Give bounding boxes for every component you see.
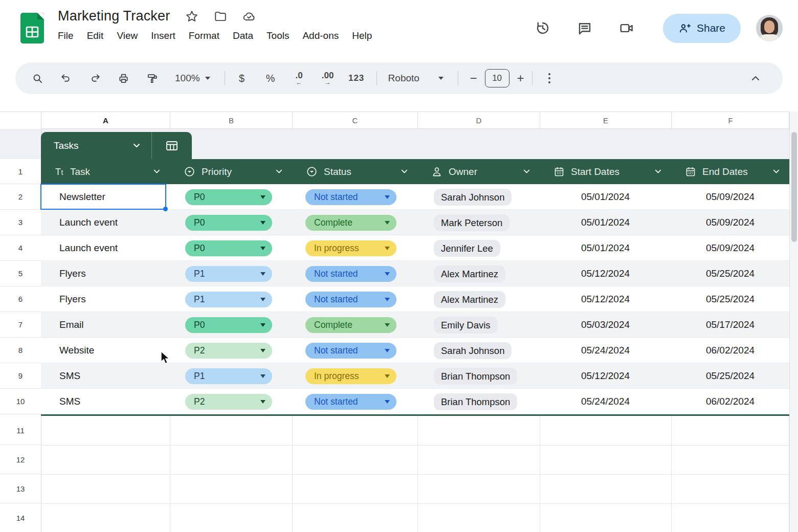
owner-chip[interactable]: Mark Peterson [434,214,509,231]
owner-chip[interactable]: Alex Martinez [434,291,505,308]
cell-status[interactable]: Not started [305,338,396,363]
cell-end-date[interactable]: 05/25/2024 [671,286,789,312]
scrollbar-thumb[interactable] [791,132,797,242]
priority-chip[interactable]: P0 [185,215,272,231]
status-chip[interactable]: Complete [305,317,396,333]
priority-chip[interactable]: P2 [185,394,272,410]
meet-video-icon[interactable] [619,20,634,36]
cell-priority[interactable]: P2 [185,338,272,363]
cloud-saved-icon[interactable] [242,10,256,23]
status-chip[interactable]: Complete [305,215,396,231]
cell-priority[interactable]: P1 [185,363,272,389]
undo-icon[interactable] [55,68,77,89]
cell-owner[interactable]: Sarah Johnson [434,184,540,210]
cell-task[interactable]: Website [41,338,170,363]
cell-owner[interactable]: Mark Peterson [434,210,540,235]
cell-status[interactable]: In progress [305,363,396,389]
row-header-4[interactable]: 4 [0,235,41,261]
cell-priority[interactable]: P1 [185,261,272,286]
cell-status[interactable]: In progress [305,235,396,261]
star-icon[interactable] [185,10,198,23]
cell-end-date[interactable]: 06/02/2024 [671,338,789,363]
row-header-5[interactable]: 5 [0,261,41,286]
cell-start-date[interactable]: 05/12/2024 [540,261,671,286]
cell-owner[interactable]: Alex Martinez [434,261,540,286]
chevron-down-icon[interactable] [153,169,160,174]
cell-owner[interactable]: Alex Martinez [434,286,540,312]
cell-start-date[interactable]: 05/01/2024 [540,184,671,210]
search-icon[interactable] [27,68,48,89]
table-header-start-dates[interactable]: Start Dates [540,159,671,184]
priority-chip[interactable]: P1 [185,292,272,307]
menu-data[interactable]: Data [226,29,260,43]
column-header-d[interactable]: D [417,112,540,129]
decrease-decimals-button[interactable]: .0← [289,68,310,89]
status-chip[interactable]: Not started [305,292,396,307]
owner-chip[interactable]: Sarah Johnson [434,342,512,359]
cell-owner[interactable]: Jennifer Lee [434,235,540,261]
priority-chip[interactable]: P2 [185,343,272,359]
cell-start-date[interactable]: 05/01/2024 [540,210,671,235]
cell-owner[interactable]: Sarah Johnson [434,338,540,363]
cell-priority[interactable]: P0 [185,210,272,235]
column-header-a[interactable]: A [41,112,170,129]
cell-task[interactable]: Launch event [41,235,170,261]
cell-task[interactable]: Flyers [41,261,170,286]
row-header-2[interactable]: 2 [0,184,41,210]
menu-addons[interactable]: Add-ons [296,29,345,43]
table-header-owner[interactable]: Owner [417,159,540,184]
row-header-3[interactable]: 3 [0,210,41,235]
cell-owner[interactable]: Brian Thompson [434,389,540,414]
priority-chip[interactable]: P0 [185,317,272,333]
cell-priority[interactable]: P0 [185,235,272,261]
increase-decimals-button[interactable]: .00→ [317,68,339,89]
percent-format-button[interactable]: % [260,68,281,89]
chevron-down-icon[interactable] [401,169,408,174]
column-header-f[interactable]: F [671,112,789,129]
currency-format-button[interactable]: $ [231,68,253,89]
cell-priority[interactable]: P2 [185,389,272,414]
increase-font-size-button[interactable]: + [512,71,530,85]
row-header-14[interactable]: 14 [0,503,41,532]
vertical-scrollbar[interactable] [789,112,798,532]
status-chip[interactable]: Not started [305,266,396,282]
cell-status[interactable]: Not started [305,184,396,210]
number-format-button[interactable]: 123 [346,68,367,89]
move-folder-icon[interactable] [214,10,227,23]
cell-start-date[interactable]: 05/03/2024 [540,312,671,338]
cell-task[interactable]: SMS [41,389,170,414]
table-name-tab[interactable]: Tasks [41,132,192,159]
cell-status[interactable]: Complete [305,312,396,338]
collapse-toolbar-icon[interactable] [745,68,766,89]
status-chip[interactable]: Not started [305,394,396,410]
cell-start-date[interactable]: 05/12/2024 [540,286,671,312]
status-chip[interactable]: In progress [305,240,396,256]
row-header-1[interactable]: 1 [0,159,41,184]
version-history-icon[interactable] [535,20,550,36]
cell-end-date[interactable]: 05/25/2024 [671,363,789,389]
cell-status[interactable]: Complete [305,210,396,235]
select-all-corner[interactable] [0,112,41,129]
share-button[interactable]: Share [663,14,741,43]
paint-format-icon[interactable] [141,68,163,89]
priority-chip[interactable]: P0 [185,189,272,205]
table-header-task[interactable]: TtTask [41,159,170,184]
menu-view[interactable]: View [110,29,144,43]
menu-tools[interactable]: Tools [260,29,296,43]
priority-chip[interactable]: P1 [185,368,272,384]
cell-end-date[interactable]: 05/09/2024 [671,184,789,210]
menu-edit[interactable]: Edit [80,29,110,43]
row-header-7[interactable]: 7 [0,312,41,338]
cell-task[interactable]: Launch event [41,210,170,235]
owner-chip[interactable]: Alex Martinez [434,265,505,282]
row-header-12[interactable]: 12 [0,445,41,474]
cell-status[interactable]: Not started [305,389,396,414]
cell-end-date[interactable]: 06/02/2024 [671,389,789,414]
avatar[interactable] [756,15,783,41]
row-header-11[interactable]: 11 [0,416,41,445]
sheets-logo-icon[interactable] [20,13,44,43]
decrease-font-size-button[interactable]: − [464,71,483,85]
menu-file[interactable]: File [51,29,80,43]
owner-chip[interactable]: Emily Davis [434,317,498,334]
font-family-selector[interactable]: Roboto [383,68,449,89]
